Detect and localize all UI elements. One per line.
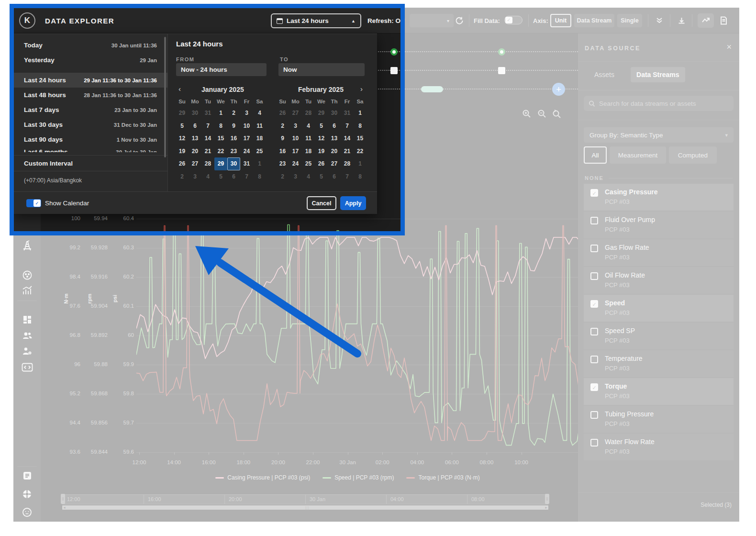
dim-overlay <box>13 235 739 522</box>
annotation-highlight-rect <box>10 4 405 235</box>
screenshot-stage: K DATA EXPLORER Last 24 hours ▲ Refresh:… <box>0 0 756 536</box>
dim-overlay <box>405 8 739 235</box>
